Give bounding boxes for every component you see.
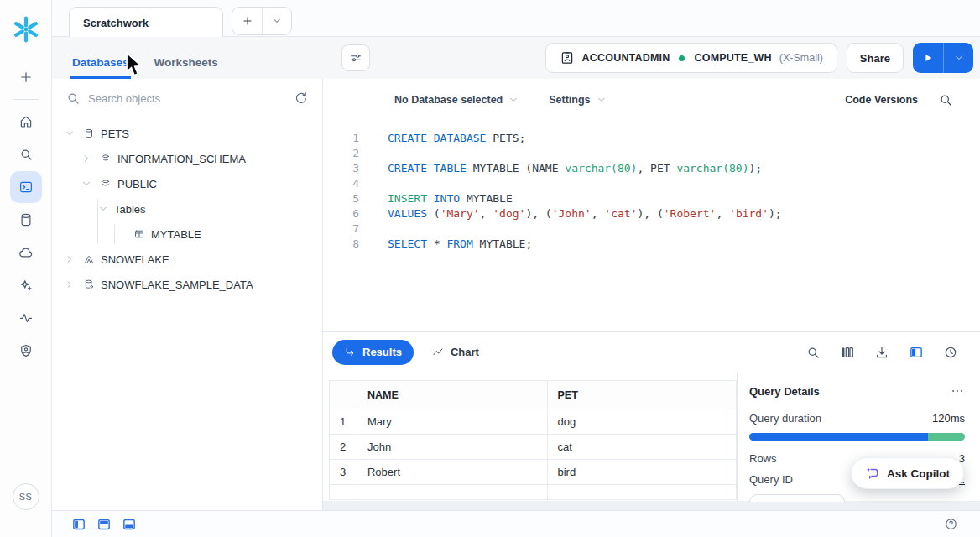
tab-worksheets[interactable]: Worksheets xyxy=(153,37,220,79)
table-row[interactable]: 2Johncat xyxy=(330,435,737,460)
tree-item-pets[interactable]: PETS xyxy=(52,121,322,146)
table-cell[interactable]: John xyxy=(357,435,547,460)
query-duration-value: 120ms xyxy=(932,412,965,425)
settings-dropdown[interactable]: Settings xyxy=(549,94,606,106)
share-button[interactable]: Share xyxy=(847,43,904,73)
split-view-button[interactable] xyxy=(909,345,924,360)
home-icon xyxy=(18,114,34,129)
create-new-button[interactable] xyxy=(11,62,41,92)
refresh-icon[interactable] xyxy=(294,91,309,106)
run-options-dropdown-button[interactable] xyxy=(943,43,973,73)
show-more-button[interactable]: Show more xyxy=(749,494,845,502)
tree-item-information_schema[interactable]: INFORMATION_SCHEMA xyxy=(52,146,322,171)
tree-item-label: Tables xyxy=(114,203,146,216)
code-line: CREATE TABLE MYTABLE (NAME varchar(80), … xyxy=(388,161,782,176)
sidebar-item-ai-sparkle[interactable] xyxy=(10,269,42,301)
line-number: 6 xyxy=(323,206,359,222)
schema-icon xyxy=(97,178,114,190)
chevron-right-icon[interactable] xyxy=(62,279,77,289)
split-view-icon xyxy=(909,345,924,360)
chevron-right-icon[interactable] xyxy=(62,254,77,264)
sidebar-item-shield-person[interactable] xyxy=(10,335,42,367)
chevron-down-icon[interactable] xyxy=(62,128,77,138)
search-input[interactable] xyxy=(88,92,286,105)
search-button[interactable] xyxy=(805,345,821,360)
return-arrow-icon xyxy=(344,347,356,358)
table-row[interactable]: 1Marydog xyxy=(330,409,737,435)
line-number: 2 xyxy=(323,146,359,161)
tab-results[interactable]: Results xyxy=(332,340,414,365)
history-clock-icon xyxy=(943,345,958,360)
chevron-down-icon xyxy=(508,95,519,105)
results-table-container: NAMEPET1Marydog2Johncat3Robertbird xyxy=(323,372,737,502)
download-button[interactable] xyxy=(874,345,889,360)
column-header-pet[interactable]: PET xyxy=(547,381,737,409)
sidebar-item-home[interactable] xyxy=(10,106,42,138)
sidebar-item-database[interactable] xyxy=(10,204,42,236)
database-selector-dropdown[interactable]: No Database selected xyxy=(394,94,519,106)
new-tab-button[interactable] xyxy=(232,8,262,34)
user-avatar[interactable]: SS xyxy=(13,483,39,510)
code-line xyxy=(388,146,782,161)
run-button[interactable] xyxy=(913,43,943,73)
panel-left-toggle-button[interactable] xyxy=(71,517,86,532)
editor-search-icon[interactable] xyxy=(938,92,953,107)
tree-item-mytable[interactable]: MYTABLE xyxy=(52,222,322,247)
code-line: INSERT INTO MYTABLE xyxy=(388,191,782,206)
help-button[interactable] xyxy=(944,517,958,531)
line-number: 1 xyxy=(323,131,359,146)
tab-databases[interactable]: Databases xyxy=(70,37,131,79)
code-versions-button[interactable]: Code Versions xyxy=(845,94,918,106)
schema-icon xyxy=(97,153,114,164)
tree-item-tables[interactable]: Tables xyxy=(52,196,322,222)
tree-item-label: INFORMATION_SCHEMA xyxy=(117,153,246,165)
editor-display-options-button[interactable] xyxy=(341,44,370,71)
column-header-name[interactable]: NAME xyxy=(357,381,547,409)
role-badge-icon xyxy=(560,50,575,65)
sql-editor: No Database selected Settings Code Versi… xyxy=(323,79,980,331)
session-context-selector[interactable]: ACCOUNTADMIN COMPUTE_WH (X-Small) xyxy=(545,43,837,73)
row-number-header xyxy=(330,381,357,409)
history-clock-button[interactable] xyxy=(943,345,958,360)
table-cell[interactable]: Mary xyxy=(357,409,547,435)
tree-item-label: PETS xyxy=(101,128,129,140)
tree-guide-line xyxy=(97,199,98,244)
sidebar-item-activity[interactable] xyxy=(10,302,42,334)
database-icon xyxy=(18,212,34,227)
table-row[interactable]: 3Robertbird xyxy=(330,460,737,485)
chevron-down-icon xyxy=(954,53,964,63)
tree-guide-line xyxy=(114,224,115,244)
tab-chart[interactable]: Chart xyxy=(432,346,479,358)
table-cell[interactable]: Robert xyxy=(357,460,547,485)
code-line: VALUES ('Mary', 'dog'), ('John', 'cat'),… xyxy=(388,206,782,222)
object-tree: PETSINFORMATION_SCHEMAPUBLICTablesMYTABL… xyxy=(52,121,322,297)
query-details-menu-button[interactable] xyxy=(950,383,965,399)
rows-label: Rows xyxy=(749,452,777,465)
table-cell[interactable]: dog xyxy=(547,409,737,435)
sidebar-item-search[interactable] xyxy=(10,138,42,170)
tab-scratchwork[interactable]: Scratchwork xyxy=(69,7,223,38)
empty-row xyxy=(330,485,737,500)
table-cell[interactable]: cat xyxy=(547,435,737,460)
toolbar-band: Databases Worksheets ACCOUNTADMIN COMPUT… xyxy=(52,37,980,79)
tree-item-public[interactable]: PUBLIC xyxy=(52,171,322,196)
query-duration-bar xyxy=(749,433,965,441)
download-icon xyxy=(874,345,889,360)
activity-icon xyxy=(18,310,34,326)
ask-copilot-button[interactable]: Ask Copilot xyxy=(851,457,964,489)
tree-item-snowflake_sample_data[interactable]: SNOWFLAKE_SAMPLE_DATA xyxy=(52,272,322,297)
table-cell[interactable]: bird xyxy=(547,460,737,485)
copilot-icon xyxy=(865,466,880,481)
sidebar-item-terminal[interactable] xyxy=(10,171,42,203)
role-name: ACCOUNTADMIN xyxy=(582,52,670,64)
panel-bottom-toggle-button[interactable] xyxy=(122,517,137,532)
rail-divider xyxy=(13,99,39,100)
panel-top-toggle-button[interactable] xyxy=(96,517,112,532)
tree-item-snowflake[interactable]: SNOWFLAKE xyxy=(52,247,322,272)
code-editor-area[interactable]: 12345678 CREATE DATABASE PETS; CREATE TA… xyxy=(323,121,980,252)
columns-button[interactable] xyxy=(840,345,855,360)
results-table: NAMEPET1Marydog2Johncat3Robertbird xyxy=(329,380,737,500)
sidebar-item-cloud[interactable] xyxy=(10,237,42,268)
tab-list-dropdown-button[interactable] xyxy=(262,8,291,34)
tree-item-label: SNOWFLAKE_SAMPLE_DATA xyxy=(101,279,253,291)
